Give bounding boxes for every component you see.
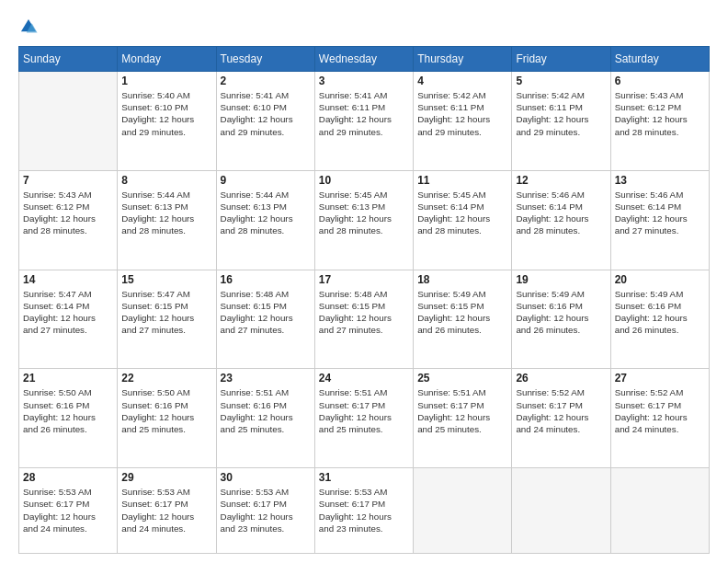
day-info: Sunrise: 5:43 AMSunset: 6:12 PMDaylight:… <box>23 189 113 237</box>
day-header-sunday: Sunday <box>19 47 118 72</box>
calendar-cell: 29Sunrise: 5:53 AMSunset: 6:17 PMDayligh… <box>118 468 216 554</box>
calendar-cell: 22Sunrise: 5:50 AMSunset: 6:16 PMDayligh… <box>118 369 216 468</box>
calendar-cell: 12Sunrise: 5:46 AMSunset: 6:14 PMDayligh… <box>512 170 610 270</box>
day-info: Sunrise: 5:44 AMSunset: 6:13 PMDaylight:… <box>121 189 211 237</box>
calendar-cell: 11Sunrise: 5:45 AMSunset: 6:14 PMDayligh… <box>414 170 512 270</box>
day-info: Sunrise: 5:40 AMSunset: 6:10 PMDaylight:… <box>121 89 211 138</box>
day-header-saturday: Saturday <box>610 47 709 72</box>
day-number: 18 <box>417 273 507 286</box>
day-info: Sunrise: 5:53 AMSunset: 6:17 PMDaylight:… <box>221 486 311 534</box>
day-header-monday: Monday <box>118 47 216 72</box>
week-row-2: 7Sunrise: 5:43 AMSunset: 6:12 PMDaylight… <box>19 170 710 270</box>
day-number: 22 <box>121 372 211 385</box>
day-info: Sunrise: 5:53 AMSunset: 6:17 PMDaylight:… <box>319 486 409 534</box>
calendar-cell: 21Sunrise: 5:50 AMSunset: 6:16 PMDayligh… <box>19 369 118 468</box>
day-number: 24 <box>319 372 409 385</box>
day-number: 21 <box>23 372 113 385</box>
calendar-cell: 15Sunrise: 5:47 AMSunset: 6:15 PMDayligh… <box>118 270 216 369</box>
day-info: Sunrise: 5:41 AMSunset: 6:10 PMDaylight:… <box>221 89 311 138</box>
calendar-table: SundayMondayTuesdayWednesdayThursdayFrid… <box>18 46 710 554</box>
day-number: 5 <box>516 75 606 87</box>
calendar-cell: 19Sunrise: 5:49 AMSunset: 6:16 PMDayligh… <box>512 270 610 369</box>
calendar-cell: 18Sunrise: 5:49 AMSunset: 6:15 PMDayligh… <box>414 270 512 369</box>
calendar-cell: 4Sunrise: 5:42 AMSunset: 6:11 PMDaylight… <box>414 72 512 171</box>
day-number: 31 <box>319 471 409 484</box>
page: SundayMondayTuesdayWednesdayThursdayFrid… <box>0 0 728 563</box>
calendar-cell: 14Sunrise: 5:47 AMSunset: 6:14 PMDayligh… <box>19 270 118 369</box>
calendar-cell: 28Sunrise: 5:53 AMSunset: 6:17 PMDayligh… <box>19 468 118 554</box>
day-info: Sunrise: 5:51 AMSunset: 6:16 PMDaylight:… <box>221 386 311 435</box>
day-number: 4 <box>417 75 507 87</box>
week-row-1: 1Sunrise: 5:40 AMSunset: 6:10 PMDaylight… <box>19 72 710 171</box>
calendar-cell: 6Sunrise: 5:43 AMSunset: 6:12 PMDaylight… <box>610 72 709 171</box>
day-number: 19 <box>516 273 606 286</box>
day-number: 1 <box>121 75 211 87</box>
day-number: 28 <box>23 471 113 484</box>
calendar-cell: 2Sunrise: 5:41 AMSunset: 6:10 PMDaylight… <box>216 72 314 171</box>
day-header-friday: Friday <box>512 47 610 72</box>
day-info: Sunrise: 5:44 AMSunset: 6:13 PMDaylight:… <box>221 189 311 237</box>
day-number: 11 <box>417 174 507 187</box>
day-number: 26 <box>516 372 606 385</box>
calendar-cell: 31Sunrise: 5:53 AMSunset: 6:17 PMDayligh… <box>314 468 413 554</box>
calendar-cell: 27Sunrise: 5:52 AMSunset: 6:17 PMDayligh… <box>610 369 709 468</box>
calendar-cell: 13Sunrise: 5:46 AMSunset: 6:14 PMDayligh… <box>610 170 709 270</box>
day-info: Sunrise: 5:46 AMSunset: 6:14 PMDaylight:… <box>516 189 606 237</box>
day-info: Sunrise: 5:51 AMSunset: 6:17 PMDaylight:… <box>319 386 409 435</box>
calendar-cell <box>414 468 512 554</box>
day-number: 20 <box>615 273 705 286</box>
day-info: Sunrise: 5:42 AMSunset: 6:11 PMDaylight:… <box>516 89 606 138</box>
day-info: Sunrise: 5:47 AMSunset: 6:14 PMDaylight:… <box>23 288 113 337</box>
week-row-4: 21Sunrise: 5:50 AMSunset: 6:16 PMDayligh… <box>19 369 710 468</box>
calendar-cell: 30Sunrise: 5:53 AMSunset: 6:17 PMDayligh… <box>216 468 314 554</box>
calendar-cell <box>610 468 709 554</box>
day-headers-row: SundayMondayTuesdayWednesdayThursdayFrid… <box>19 47 710 72</box>
day-info: Sunrise: 5:50 AMSunset: 6:16 PMDaylight:… <box>121 386 211 435</box>
day-info: Sunrise: 5:49 AMSunset: 6:16 PMDaylight:… <box>615 288 705 337</box>
day-info: Sunrise: 5:45 AMSunset: 6:14 PMDaylight:… <box>417 189 507 237</box>
calendar-cell <box>512 468 610 554</box>
day-number: 27 <box>615 372 705 385</box>
day-header-wednesday: Wednesday <box>314 47 413 72</box>
day-info: Sunrise: 5:42 AMSunset: 6:11 PMDaylight:… <box>417 89 507 138</box>
week-row-3: 14Sunrise: 5:47 AMSunset: 6:14 PMDayligh… <box>19 270 710 369</box>
day-number: 7 <box>23 174 113 187</box>
calendar-cell <box>19 72 118 171</box>
calendar-cell: 10Sunrise: 5:45 AMSunset: 6:13 PMDayligh… <box>314 170 413 270</box>
day-info: Sunrise: 5:49 AMSunset: 6:16 PMDaylight:… <box>516 288 606 337</box>
logo-icon <box>18 17 39 37</box>
day-info: Sunrise: 5:53 AMSunset: 6:17 PMDaylight:… <box>23 486 113 534</box>
logo <box>18 17 42 37</box>
day-number: 6 <box>615 75 705 87</box>
calendar-cell: 8Sunrise: 5:44 AMSunset: 6:13 PMDaylight… <box>118 170 216 270</box>
day-number: 30 <box>221 471 311 484</box>
day-number: 16 <box>221 273 311 286</box>
day-info: Sunrise: 5:52 AMSunset: 6:17 PMDaylight:… <box>516 386 606 435</box>
calendar-cell: 17Sunrise: 5:48 AMSunset: 6:15 PMDayligh… <box>314 270 413 369</box>
day-header-thursday: Thursday <box>414 47 512 72</box>
day-info: Sunrise: 5:45 AMSunset: 6:13 PMDaylight:… <box>319 189 409 237</box>
day-info: Sunrise: 5:41 AMSunset: 6:11 PMDaylight:… <box>319 89 409 138</box>
header <box>18 17 710 37</box>
day-number: 10 <box>319 174 409 187</box>
day-number: 8 <box>121 174 211 187</box>
day-info: Sunrise: 5:51 AMSunset: 6:17 PMDaylight:… <box>417 386 507 435</box>
calendar-cell: 24Sunrise: 5:51 AMSunset: 6:17 PMDayligh… <box>314 369 413 468</box>
day-number: 13 <box>615 174 705 187</box>
calendar-cell: 9Sunrise: 5:44 AMSunset: 6:13 PMDaylight… <box>216 170 314 270</box>
calendar-cell: 1Sunrise: 5:40 AMSunset: 6:10 PMDaylight… <box>118 72 216 171</box>
day-number: 25 <box>417 372 507 385</box>
day-number: 3 <box>319 75 409 87</box>
day-info: Sunrise: 5:49 AMSunset: 6:15 PMDaylight:… <box>417 288 507 337</box>
day-number: 23 <box>221 372 311 385</box>
day-header-tuesday: Tuesday <box>216 47 314 72</box>
day-number: 15 <box>121 273 211 286</box>
day-number: 2 <box>221 75 311 87</box>
day-number: 14 <box>23 273 113 286</box>
day-info: Sunrise: 5:50 AMSunset: 6:16 PMDaylight:… <box>23 386 113 435</box>
calendar-cell: 26Sunrise: 5:52 AMSunset: 6:17 PMDayligh… <box>512 369 610 468</box>
calendar-cell: 25Sunrise: 5:51 AMSunset: 6:17 PMDayligh… <box>414 369 512 468</box>
day-info: Sunrise: 5:43 AMSunset: 6:12 PMDaylight:… <box>615 89 705 138</box>
calendar-cell: 5Sunrise: 5:42 AMSunset: 6:11 PMDaylight… <box>512 72 610 171</box>
day-number: 29 <box>121 471 211 484</box>
